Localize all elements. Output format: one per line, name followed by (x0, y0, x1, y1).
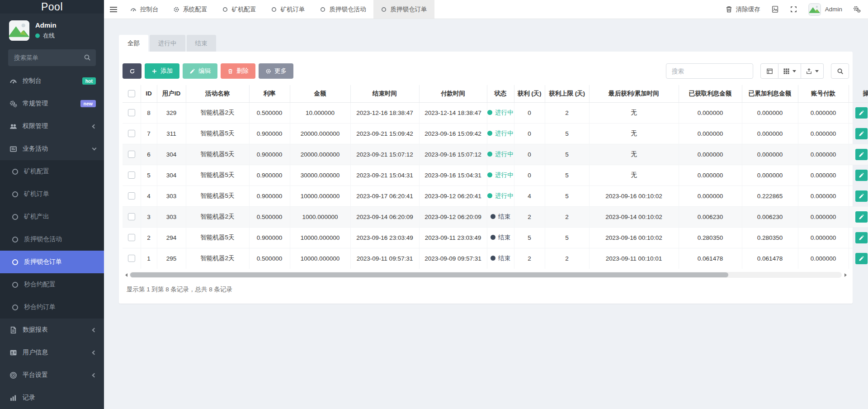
interest_earned-cell: 0.000000 (679, 102, 742, 123)
amount-value: 30000.000000 (301, 172, 340, 179)
checkbox-cell (123, 165, 141, 185)
rate-cell: 0.900000 (249, 123, 290, 144)
edit-row-button[interactable] (855, 107, 868, 119)
row-checkbox[interactable] (128, 109, 135, 116)
scroll-left-arrow[interactable] (123, 272, 130, 278)
topbar-tab[interactable]: 质押锁仓订单 (373, 0, 434, 19)
row-checkbox[interactable] (128, 130, 135, 137)
edit-row-button[interactable] (855, 232, 868, 243)
sidebar-item[interactable]: 用户信息 (0, 341, 104, 364)
brand-logo: Pool (0, 0, 104, 14)
profit_cap-cell: 2 (545, 206, 589, 227)
columns-button[interactable] (778, 63, 801, 79)
status-badge: 进行中 (487, 151, 514, 157)
edit-row-button[interactable] (855, 211, 868, 223)
row-checkbox[interactable] (128, 171, 135, 179)
delete-button[interactable]: 删除 (221, 63, 255, 79)
sidebar-subitem-label: 质押锁仓订单 (24, 258, 62, 266)
menu-toggle-button[interactable] (104, 0, 123, 19)
add-button[interactable]: 添加 (145, 63, 179, 79)
card-view-button[interactable] (760, 63, 778, 79)
sidebar-subitem[interactable]: 矿机配置 (0, 160, 104, 183)
more-button[interactable]: 更多 (259, 63, 293, 79)
column-header-label: 状态 (495, 90, 507, 97)
select-all-checkbox[interactable] (128, 90, 135, 97)
edit-row-button[interactable] (855, 128, 868, 139)
sidebar-subitem-label: 秒合约订单 (24, 303, 56, 311)
edit-row-button[interactable] (855, 149, 868, 160)
edit-row-button[interactable] (855, 190, 868, 202)
filter-tab[interactable]: 进行中 (150, 35, 185, 52)
last_profit_time-value: 无 (631, 130, 637, 137)
amount-value: 10000.000000 (301, 234, 340, 241)
sidebar-subitem[interactable]: 质押锁仓订单 (0, 251, 104, 273)
account_payment-value: 0.000000 (811, 214, 836, 220)
status-label: 进行中 (495, 130, 514, 137)
row-checkbox[interactable] (128, 192, 135, 200)
interest_earned-value: 0.000000 (698, 109, 723, 116)
sidebar-subitem[interactable]: 矿机订单 (0, 183, 104, 205)
interest_accrued-value: 0.000000 (757, 130, 783, 137)
row-checkbox[interactable] (128, 234, 135, 241)
topbar-tab[interactable]: 矿机配置 (215, 0, 264, 19)
activity-value: 智能机器5天 (200, 234, 234, 241)
sidebar-subitem[interactable]: 矿机产出 (0, 205, 104, 228)
fullscreen-icon[interactable] (790, 5, 797, 13)
status-cell: 进行中 (487, 185, 514, 206)
refresh-button[interactable] (123, 63, 142, 79)
search-button[interactable] (831, 63, 849, 79)
row-checkbox[interactable] (128, 255, 135, 262)
user_id-value: 303 (166, 214, 177, 220)
actions-cell (849, 248, 868, 269)
topbar-tab[interactable]: 质押锁仓活动 (312, 0, 373, 19)
scrollbar-track[interactable] (130, 272, 842, 278)
user-menu[interactable]: Admin (808, 3, 842, 16)
sidebar-item[interactable]: 记录 (0, 386, 104, 409)
status-dot-icon (491, 256, 495, 261)
settings-gears-icon[interactable] (853, 5, 861, 13)
topbar-tab[interactable]: 系统配置 (166, 0, 215, 19)
scrollbar-thumb[interactable] (130, 272, 728, 277)
end_time-cell: 2023-09-21 15:09:42 (350, 123, 419, 144)
edit-button[interactable]: 编辑 (183, 63, 217, 79)
profit_days-cell: 2 (514, 206, 545, 227)
sidebar-item[interactable]: 常规管理new (0, 92, 104, 115)
interest_earned-cell: 0.000000 (679, 185, 742, 206)
filter-tab[interactable]: 结束 (187, 35, 216, 52)
sidebar-subitem[interactable]: 秒合约配置 (0, 273, 104, 296)
sidebar-item[interactable]: 数据报表 (0, 319, 104, 341)
end_time-cell: 2023-09-17 06:20:41 (350, 185, 419, 206)
sidebar-item[interactable]: 业务活动 (0, 138, 104, 160)
table-search-input[interactable] (666, 63, 753, 79)
sidebar-item[interactable]: 控制台hot (0, 70, 104, 92)
topbar-tab[interactable]: 矿机订单 (264, 0, 312, 19)
interest_earned-value: 0.000000 (698, 130, 723, 137)
sidebar-item[interactable]: 权限管理 (0, 115, 104, 138)
export-button[interactable] (801, 63, 824, 79)
edit-row-button[interactable] (855, 253, 868, 264)
amount-cell: 30000.000000 (290, 165, 350, 185)
row-checkbox[interactable] (128, 151, 135, 158)
account_payment-value: 0.000000 (811, 172, 836, 179)
chevron-left-icon (92, 350, 97, 355)
sidebar-subitem[interactable]: 秒合约订单 (0, 296, 104, 319)
filter-tab[interactable]: 全部 (119, 35, 148, 52)
row-checkbox[interactable] (128, 213, 135, 220)
clear-cache-button[interactable]: 清除缓存 (725, 5, 760, 14)
topbar-tab[interactable]: 控制台 (123, 0, 166, 19)
sidebar-subitem[interactable]: 质押锁仓活动 (0, 228, 104, 251)
language-file-icon[interactable] (771, 5, 779, 13)
column-header-label: 付款时间 (441, 90, 465, 97)
activity-value: 智能机器5天 (200, 171, 234, 178)
end_time-value: 2023-09-16 23:03:49 (356, 234, 413, 241)
sidebar-item[interactable]: 平台设置 (0, 364, 104, 386)
status-dot-icon (487, 131, 492, 136)
status-cell: 结束 (487, 227, 514, 248)
clear-cache-label: 清除缓存 (736, 5, 760, 14)
sidebar-search-input[interactable] (8, 49, 96, 66)
interest_accrued-cell: 0.000000 (742, 144, 798, 165)
scroll-right-arrow[interactable] (842, 272, 849, 278)
interest_accrued-value: 0.280350 (757, 234, 783, 241)
edit-row-button[interactable] (855, 170, 868, 181)
status-dot-icon (487, 193, 492, 198)
